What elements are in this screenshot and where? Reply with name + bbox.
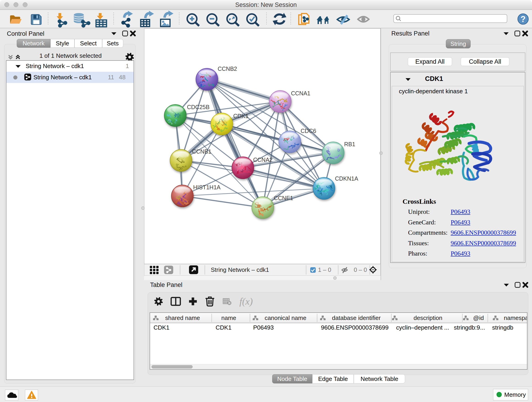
svg-text:String Network – cdk1: String Network – cdk1 <box>211 266 269 273</box>
svg-text:CDK1: CDK1 <box>233 113 249 119</box>
svg-text:stringdb:9...: stringdb:9... <box>454 324 485 331</box>
svg-text:CCNE1: CCNE1 <box>274 195 293 201</box>
svg-text:CCNB2: CCNB2 <box>218 65 237 72</box>
svg-text:RB1: RB1 <box>344 141 355 147</box>
svg-text:CDK1: CDK1 <box>215 324 231 331</box>
svg-text:CDKN1A: CDKN1A <box>335 175 358 182</box>
svg-text:database identifier: database identifier <box>332 314 381 321</box>
svg-text:P06493: P06493 <box>253 324 274 331</box>
svg-text:stringdb: stringdb <box>492 324 513 331</box>
svg-text:CCNA2: CCNA2 <box>253 157 273 163</box>
svg-text:?: ? <box>520 14 526 24</box>
svg-text:CDK1: CDK1 <box>153 324 169 331</box>
svg-text:CCNB1: CCNB1 <box>192 148 211 155</box>
svg-text:name: name <box>221 314 236 321</box>
svg-text:canonical name: canonical name <box>265 314 306 321</box>
svg-text:f(x): f(x) <box>239 296 253 307</box>
svg-text:CDC6: CDC6 <box>301 128 316 134</box>
svg-text:description: description <box>413 314 443 321</box>
svg-text:namespac: namespac <box>504 314 527 321</box>
svg-text:CDC25B: CDC25B <box>187 104 210 110</box>
svg-text:CCNA1: CCNA1 <box>291 90 310 96</box>
svg-text:HIST1H1A: HIST1H1A <box>193 184 221 191</box>
svg-text:cyclin–dependent ...: cyclin–dependent ... <box>396 324 449 331</box>
svg-text:9606.ENSP00000378699: 9606.ENSP00000378699 <box>321 324 389 331</box>
svg-text:0 – 0: 0 – 0 <box>354 266 367 273</box>
svg-text:shared name: shared name <box>165 314 200 321</box>
svg-text:1 – 0: 1 – 0 <box>318 266 331 273</box>
svg-text:@id: @id <box>473 314 484 321</box>
